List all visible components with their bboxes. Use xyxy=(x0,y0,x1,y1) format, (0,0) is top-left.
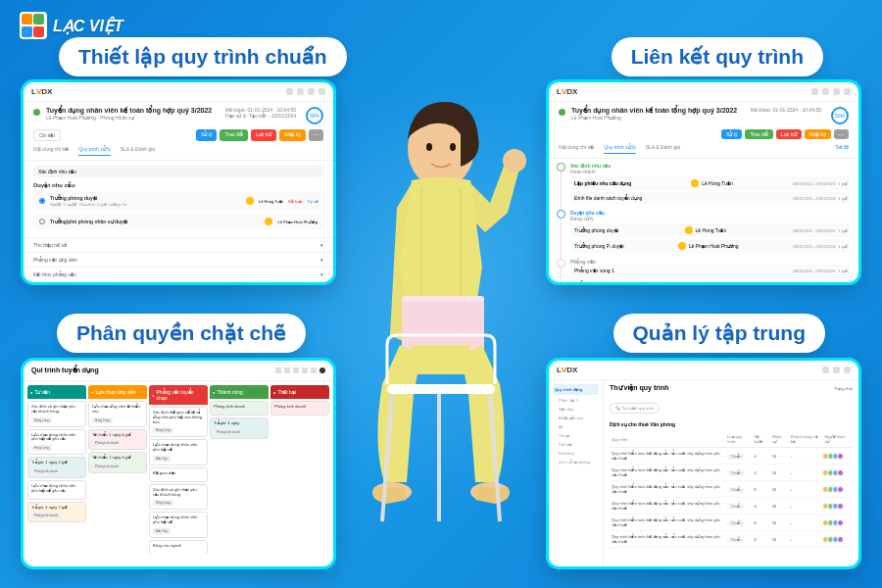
feature-label-link: Liên kết quy trình xyxy=(612,37,823,76)
btn-map[interactable]: Sơ đồ xyxy=(835,144,849,154)
kanban-card[interactable]: Xác định và ghi nhận yêu cầu khách hàngH… xyxy=(149,484,208,511)
timeline-card[interactable]: Lập phiếu nhu cầu dụng Lê Hùng Tuấn 28/0… xyxy=(570,176,851,190)
kanban-card[interactable]: Đúng các ngành xyxy=(149,540,208,554)
btn-more[interactable]: Trao đổi xyxy=(220,129,247,141)
brand-name: LẠC VIỆT xyxy=(53,17,123,35)
panel-permission-kanban: Qui trình tuyển dụng Tư vấnXác định và g… xyxy=(24,361,333,566)
table-row[interactable]: Quy trình kiểm toán bất động sản, sản xu… xyxy=(610,448,853,465)
avatar xyxy=(265,218,272,225)
svg-point-1 xyxy=(426,143,432,151)
tab-info[interactable]: Nội dung chi tiết xyxy=(33,146,69,156)
kanban-card[interactable]: Lựa chọn ứng viên tối thiểu vàoHùng Long xyxy=(88,401,147,427)
app-logo: LVDX xyxy=(31,87,52,96)
kanban-card[interactable]: Xác định và ghi nhận yêu cầu khách hàngH… xyxy=(27,401,86,427)
timeline-card[interactable]: Đính file danh sách tuyển dụng 28/01/202… xyxy=(570,192,851,204)
workflow-step[interactable]: Trưởng phòng duyệt Người: 7 người · Dead… xyxy=(33,191,323,211)
btn-option[interactable]: Nhật ký xyxy=(279,129,306,141)
kanban-card[interactable]: Lựa chọn đúng nhân viên phù hợp vớiĐức H… xyxy=(149,512,208,538)
kanban-card[interactable]: Lựa chọn đúng nhân viên phù hợp với yêu … xyxy=(27,429,86,456)
table-row[interactable]: Quy trình kiểm toán bất động sản, sản xu… xyxy=(610,465,853,481)
tab-detail[interactable]: Chi tiết xyxy=(33,129,61,141)
svg-point-2 xyxy=(450,143,456,151)
kanban-title: Qui trình tuyển dụng xyxy=(31,367,99,374)
search-input[interactable]: 🔍 Tìm kiếm quy trình xyxy=(610,403,660,414)
kanban-card[interactable]: Trả giá: 4 ngày 2 giờPhòng kinh doanh xyxy=(27,502,86,523)
section-approve: Duyệt nhu cầu xyxy=(33,181,323,188)
step-radio[interactable] xyxy=(39,198,45,204)
brand-logo: LẠC VIỆT xyxy=(20,12,123,39)
kanban-card[interactable]: Xác định thời gian với tất cả ứng viên p… xyxy=(149,407,208,437)
kanban-card[interactable]: Trả giá: 1 ngày 2 giờPhòng kinh doanh xyxy=(27,457,86,478)
kanban-card[interactable]: Tối thiểu: 1 ngày 4 giờPhòng kinh doanh xyxy=(88,452,147,473)
table-row[interactable]: Quy trình kiểm toán bất động sản, sản xu… xyxy=(610,531,853,548)
collapse-row[interactable]: Kết thúc phỏng vấn▾ xyxy=(24,267,333,281)
feature-label-permission: Phân quyền chặt chẽ xyxy=(57,314,306,353)
table-row[interactable]: Quy trình kiểm toán bất động sản, sản xu… xyxy=(610,498,853,514)
page-title: Thư viện quy trình xyxy=(610,384,669,392)
kanban-card[interactable]: Trả giá: 4 ngàyPhòng kinh doanh xyxy=(210,417,269,439)
kanban-card[interactable]: Phòng kinh doanh xyxy=(210,401,269,416)
section-need: Xác định nhu cầu xyxy=(33,166,323,177)
btn-handle[interactable]: Xử lý xyxy=(196,129,217,141)
collapse-row[interactable]: Phỏng vấn ứng viên▾ xyxy=(24,252,333,267)
ticket-title: Tuyển dụng nhân viên kế toán tổng hợp qu… xyxy=(46,107,220,115)
workflow-step[interactable]: Trưởng/phó phòng nhân sự duyệt Lê Phạm H… xyxy=(33,214,323,229)
feature-label-manage: Quản lý tập trung xyxy=(613,314,825,353)
person-illustration xyxy=(314,90,568,561)
avatar xyxy=(246,197,254,205)
panel-link-workflow: LVDX Tuyển dụng nhân viên kế toán tổng h… xyxy=(549,82,858,282)
svg-rect-4 xyxy=(402,296,484,353)
svg-rect-5 xyxy=(402,296,484,302)
collapse-row[interactable]: Thu thập hồ sơ▾ xyxy=(24,237,333,252)
kanban-card[interactable]: Đặt giao diện xyxy=(149,467,208,482)
svg-rect-8 xyxy=(387,384,495,394)
kanban-card[interactable]: Tối thiểu: 1 ngày 4 giờPhòng kinh doanh xyxy=(88,429,147,451)
kanban-column-header[interactable]: Thành công xyxy=(210,385,269,399)
panel-setup-workflow: LVDX Tuyển dụng nhân viên kế toán tổng h… xyxy=(24,82,333,282)
table-row[interactable]: Quy trình kiểm toán bất động sản, sản xu… xyxy=(610,514,853,531)
category-label: Dịch vụ cho thuê Văn phòng xyxy=(610,421,853,427)
panel-manage-table: LVDX Quy trình động Phân hệ - 5Gần đâyĐư… xyxy=(549,361,858,566)
table-row[interactable]: Quy trình kiểm toán bất động sản, sản xu… xyxy=(610,481,853,498)
svg-point-3 xyxy=(503,149,526,172)
process-table: Quy trìnhLoại quy trìnhSố bướcNhân sựKhá… xyxy=(610,431,853,548)
ticket-meta: Mã ticket: 01-01-2024 - 10:04:55 Hạn xử … xyxy=(225,107,296,119)
kanban-column-header[interactable]: Phỏng vấn tuyển chọn xyxy=(149,385,208,405)
status-dot xyxy=(33,109,40,116)
kanban-column-header[interactable]: Lựa chọn ứng viên xyxy=(88,385,147,399)
tab-process[interactable]: Quy trình xử lý xyxy=(78,146,110,156)
btn-file[interactable]: Lưu trữ xyxy=(251,129,276,141)
kanban-column-header[interactable]: Tư vấn xyxy=(27,385,86,399)
feature-label-setup: Thiết lập quy trình chuẩn xyxy=(59,37,347,76)
kanban-card[interactable]: Lựa chọn đúng nhân viên phù hợp vớiĐức H… xyxy=(149,439,208,466)
step-radio[interactable] xyxy=(39,219,45,224)
tab-rate[interactable]: SLA & Đánh giá xyxy=(121,146,155,156)
logo-icon xyxy=(20,12,47,39)
kanban-card[interactable]: Lựa chọn đúng nhân viên phù hợp với yêu … xyxy=(27,480,86,500)
kanban-board[interactable]: Tư vấnXác định và ghi nhận yêu cầu khách… xyxy=(24,381,333,554)
